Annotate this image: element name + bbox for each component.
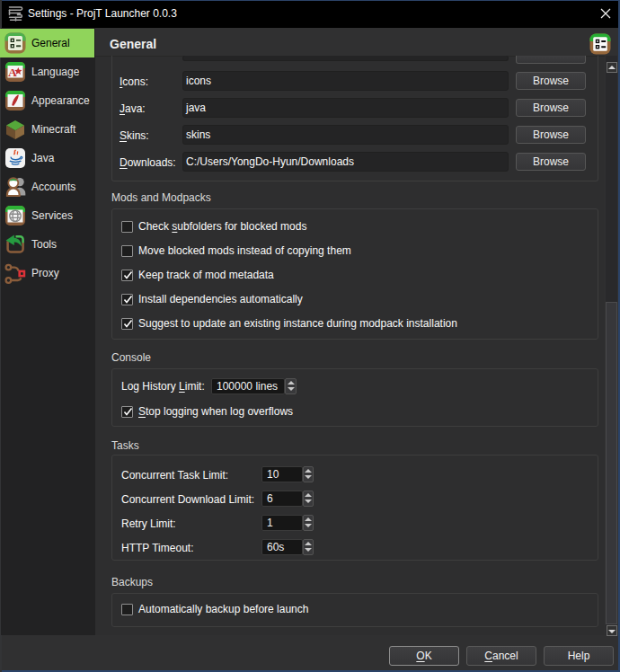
svg-text:A: A [8, 66, 17, 79]
